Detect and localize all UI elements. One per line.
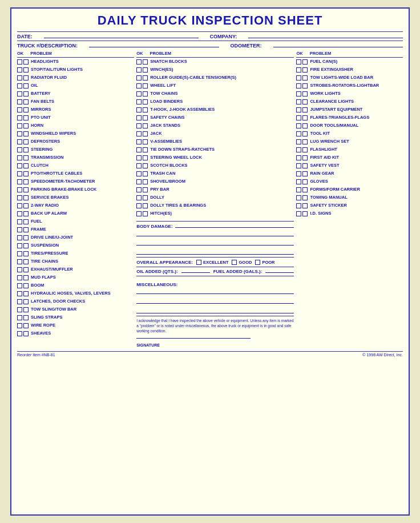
ok-checkbox[interactable] <box>17 283 22 288</box>
ok-checkbox[interactable] <box>17 99 22 104</box>
problem-checkbox[interactable] <box>302 123 308 128</box>
ok-checkbox[interactable] <box>17 235 22 240</box>
ok-checkbox[interactable] <box>136 163 142 168</box>
problem-checkbox[interactable] <box>143 123 148 128</box>
ok-checkbox[interactable] <box>17 323 22 328</box>
problem-checkbox[interactable] <box>143 195 148 200</box>
ok-checkbox[interactable] <box>296 115 301 120</box>
ok-checkbox[interactable] <box>136 203 142 208</box>
ok-checkbox[interactable] <box>296 139 301 144</box>
ok-checkbox[interactable] <box>296 155 301 160</box>
problem-checkbox[interactable] <box>143 211 148 216</box>
problem-checkbox[interactable] <box>23 147 29 152</box>
problem-checkbox[interactable] <box>23 283 29 288</box>
problem-checkbox[interactable] <box>302 187 308 192</box>
problem-checkbox[interactable] <box>23 107 29 112</box>
problem-checkbox[interactable] <box>23 227 29 232</box>
ok-checkbox[interactable] <box>17 299 22 304</box>
problem-checkbox[interactable] <box>23 315 29 320</box>
problem-checkbox[interactable] <box>143 75 148 81</box>
problem-checkbox[interactable] <box>143 131 148 136</box>
problem-checkbox[interactable] <box>23 243 29 248</box>
ok-checkbox[interactable] <box>296 75 301 81</box>
problem-checkbox[interactable] <box>23 115 29 120</box>
problem-checkbox[interactable] <box>143 107 148 112</box>
ok-checkbox[interactable] <box>17 291 22 296</box>
ok-checkbox[interactable] <box>296 107 301 112</box>
problem-checkbox[interactable] <box>302 147 308 152</box>
problem-checkbox[interactable] <box>23 75 29 81</box>
problem-checkbox[interactable] <box>23 99 29 104</box>
problem-checkbox[interactable] <box>23 307 29 312</box>
ok-checkbox[interactable] <box>17 315 22 320</box>
problem-checkbox[interactable] <box>23 211 29 216</box>
ok-checkbox[interactable] <box>136 187 142 192</box>
problem-checkbox[interactable] <box>302 115 308 120</box>
problem-checkbox[interactable] <box>302 91 308 96</box>
problem-checkbox[interactable] <box>23 219 29 224</box>
problem-checkbox[interactable] <box>23 131 29 136</box>
ok-checkbox[interactable] <box>17 107 22 112</box>
problem-checkbox[interactable] <box>23 267 29 272</box>
ok-checkbox[interactable] <box>296 91 301 96</box>
ok-checkbox[interactable] <box>136 67 142 73</box>
problem-checkbox[interactable] <box>302 171 308 176</box>
ok-checkbox[interactable] <box>296 99 301 104</box>
problem-checkbox[interactable] <box>23 291 29 296</box>
ok-checkbox[interactable] <box>296 179 301 184</box>
problem-checkbox[interactable] <box>143 171 148 176</box>
problem-checkbox[interactable] <box>23 123 29 128</box>
ok-checkbox[interactable] <box>136 155 142 160</box>
problem-checkbox[interactable] <box>302 99 308 104</box>
problem-checkbox[interactable] <box>143 59 148 65</box>
problem-checkbox[interactable] <box>302 83 308 88</box>
ok-checkbox[interactable] <box>296 171 301 176</box>
ok-checkbox[interactable] <box>17 139 22 144</box>
problem-checkbox[interactable] <box>23 235 29 240</box>
problem-checkbox[interactable] <box>302 107 308 112</box>
problem-checkbox[interactable] <box>143 99 148 104</box>
ok-checkbox[interactable] <box>17 171 22 176</box>
problem-checkbox[interactable] <box>23 323 29 328</box>
problem-checkbox[interactable] <box>23 331 29 336</box>
ok-checkbox[interactable] <box>17 131 22 136</box>
ok-checkbox[interactable] <box>17 83 22 88</box>
problem-checkbox[interactable] <box>23 259 29 264</box>
ok-checkbox[interactable] <box>296 203 301 208</box>
problem-checkbox[interactable] <box>143 187 148 192</box>
ok-checkbox[interactable] <box>136 91 142 96</box>
ok-checkbox[interactable] <box>17 59 22 65</box>
ok-checkbox[interactable] <box>17 259 22 264</box>
ok-checkbox[interactable] <box>17 227 22 232</box>
ok-checkbox[interactable] <box>136 211 142 216</box>
ok-checkbox[interactable] <box>296 83 301 88</box>
problem-checkbox[interactable] <box>23 195 29 200</box>
ok-checkbox[interactable] <box>17 195 22 200</box>
problem-checkbox[interactable] <box>23 163 29 168</box>
ok-checkbox[interactable] <box>136 115 142 120</box>
ok-checkbox[interactable] <box>136 131 142 136</box>
problem-checkbox[interactable] <box>23 179 29 184</box>
ok-checkbox[interactable] <box>296 147 301 152</box>
problem-checkbox[interactable] <box>143 67 148 73</box>
ok-checkbox[interactable] <box>296 195 301 200</box>
problem-checkbox[interactable] <box>302 211 308 216</box>
problem-checkbox[interactable] <box>23 171 29 176</box>
problem-checkbox[interactable] <box>143 179 148 184</box>
ok-checkbox[interactable] <box>136 171 142 176</box>
problem-checkbox[interactable] <box>302 75 308 81</box>
problem-checkbox[interactable] <box>302 131 308 136</box>
ok-checkbox[interactable] <box>17 115 22 120</box>
ok-checkbox[interactable] <box>136 59 142 65</box>
ok-checkbox[interactable] <box>17 187 22 192</box>
problem-checkbox[interactable] <box>302 67 308 73</box>
ok-checkbox[interactable] <box>17 243 22 248</box>
ok-checkbox[interactable] <box>296 187 301 192</box>
problem-checkbox[interactable] <box>23 155 29 160</box>
ok-checkbox[interactable] <box>296 59 301 65</box>
ok-checkbox[interactable] <box>17 155 22 160</box>
problem-checkbox[interactable] <box>302 179 308 184</box>
problem-checkbox[interactable] <box>302 195 308 200</box>
problem-checkbox[interactable] <box>143 147 148 152</box>
ok-checkbox[interactable] <box>17 307 22 312</box>
